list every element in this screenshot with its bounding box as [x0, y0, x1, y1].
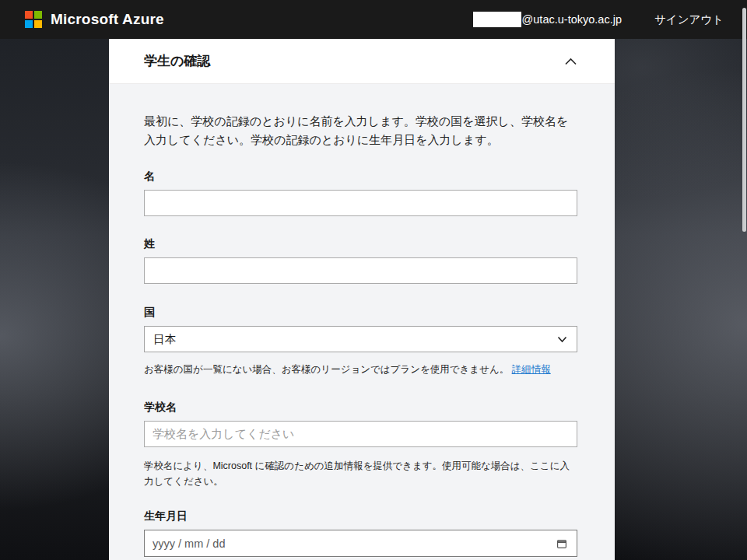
- brand-title: Microsoft Azure: [51, 11, 164, 28]
- country-label: 国: [144, 306, 577, 320]
- school-name-label: 学校名: [144, 401, 577, 415]
- calendar-icon: [556, 537, 568, 550]
- brand: Microsoft Azure: [25, 11, 164, 28]
- ms-logo-yellow-square: [34, 20, 42, 28]
- sign-out-button[interactable]: サインアウト: [654, 12, 724, 27]
- chevron-up-icon: [564, 57, 577, 66]
- last-name-label: 姓: [144, 237, 577, 251]
- card-header: 学生の確認: [109, 39, 615, 84]
- school-helper-text: 学校名により、Microsoft に確認のための追加情報を提供できます。使用可能…: [144, 458, 577, 489]
- ms-logo-red-square: [25, 11, 33, 19]
- school-name-input[interactable]: [144, 421, 577, 447]
- intro-text: 最初に、学校の記録のとおりに名前を入力します。学校の国を選択し、学校名を入力して…: [144, 112, 577, 149]
- first-name-group: 名: [144, 170, 577, 216]
- card-body: 最初に、学校の記録のとおりに名前を入力します。学校の国を選択し、学校名を入力して…: [109, 84, 615, 557]
- student-verification-card: 学生の確認 最初に、学校の記録のとおりに名前を入力します。学校の国を選択し、学校…: [109, 39, 615, 560]
- card-title: 学生の確認: [144, 52, 210, 70]
- email-domain: @utac.u-tokyo.ac.jp: [522, 13, 622, 26]
- country-helper-text: お客様の国が一覧にない場合、お客様のリージョンではプランを使用できません。 詳細…: [144, 362, 577, 377]
- account-email: @utac.u-tokyo.ac.jp: [473, 12, 622, 27]
- birthdate-group: 生年月日: [144, 509, 577, 557]
- birthdate-input[interactable]: [153, 537, 556, 550]
- ms-logo-green-square: [34, 11, 42, 19]
- birthdate-field: [144, 530, 577, 557]
- school-group: 学校名 学校名により、Microsoft に確認のための追加情報を提供できます。…: [144, 401, 577, 489]
- last-name-group: 姓: [144, 237, 577, 284]
- last-name-input[interactable]: [144, 257, 577, 284]
- microsoft-logo-icon: [25, 11, 42, 28]
- collapse-section-button[interactable]: [563, 55, 579, 68]
- first-name-input[interactable]: [144, 190, 577, 216]
- top-bar: Microsoft Azure @utac.u-tokyo.ac.jp サインア…: [0, 0, 747, 39]
- birthdate-label: 生年月日: [144, 509, 577, 523]
- vertical-scrollbar-thumb[interactable]: [742, 8, 746, 232]
- chevron-down-icon: [557, 336, 567, 343]
- page-background: Microsoft Azure @utac.u-tokyo.ac.jp サインア…: [0, 0, 747, 560]
- ms-logo-blue-square: [25, 20, 33, 28]
- learn-more-link[interactable]: 詳細情報: [512, 364, 551, 375]
- country-helper-span: お客様の国が一覧にない場合、お客様のリージョンではプランを使用できません。: [144, 364, 512, 375]
- topbar-right: @utac.u-tokyo.ac.jp サインアウト: [473, 12, 724, 27]
- first-name-label: 名: [144, 170, 577, 184]
- date-picker-button[interactable]: [556, 537, 568, 550]
- redacted-email-local-part: [473, 12, 521, 27]
- country-selected-value: 日本: [153, 332, 176, 347]
- country-select[interactable]: 日本: [144, 326, 577, 352]
- country-group: 国 日本 お客様の国が一覧にない場合、お客様のリージョンではプランを使用できませ…: [144, 306, 577, 377]
